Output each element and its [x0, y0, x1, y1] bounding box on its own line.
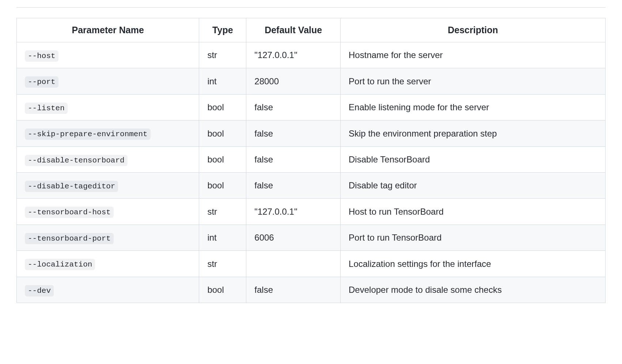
table-row: --disable-tensorboard bool false Disable… — [17, 146, 606, 172]
cell-param: --listen — [17, 94, 199, 120]
cell-description: Hostname for the server — [341, 42, 606, 68]
table-row: --tensorboard-host str "127.0.0.1" Host … — [17, 199, 606, 225]
table-row: --tensorboard-port int 6006 Port to run … — [17, 225, 606, 250]
cell-param: --disable-tageditor — [17, 172, 199, 198]
cell-param: --host — [17, 42, 199, 68]
cell-default — [246, 251, 341, 277]
param-code: --tensorboard-port — [25, 233, 114, 244]
cell-description: Enable listening mode for the server — [341, 94, 606, 120]
cell-description: Developer mode to disale some checks — [341, 277, 606, 303]
header-type: Type — [199, 18, 246, 42]
cell-description: Skip the environment preparation step — [341, 120, 606, 146]
header-default-value: Default Value — [246, 18, 341, 42]
section-divider — [16, 7, 606, 8]
cell-default: false — [246, 146, 341, 172]
cell-type: str — [199, 251, 246, 277]
param-code: --dev — [25, 285, 54, 296]
table-row: --port int 28000 Port to run the server — [17, 68, 606, 94]
cell-param: --disable-tensorboard — [17, 146, 199, 172]
parameters-table: Parameter Name Type Default Value Descri… — [16, 18, 606, 303]
cell-type: bool — [199, 172, 246, 198]
param-code: --tensorboard-host — [25, 207, 114, 218]
cell-default: 28000 — [246, 68, 341, 94]
cell-param: --skip-prepare-environment — [17, 120, 199, 146]
cell-param: --port — [17, 68, 199, 94]
table-row: --disable-tageditor bool false Disable t… — [17, 172, 606, 198]
cell-param: --localization — [17, 251, 199, 277]
cell-param: --tensorboard-port — [17, 225, 199, 250]
param-code: --skip-prepare-environment — [25, 129, 151, 140]
cell-default: "127.0.0.1" — [246, 42, 341, 68]
cell-default: "127.0.0.1" — [246, 199, 341, 225]
table-row: --localization str Localization settings… — [17, 251, 606, 277]
table-header-row: Parameter Name Type Default Value Descri… — [17, 18, 606, 42]
cell-default: false — [246, 120, 341, 146]
cell-type: bool — [199, 94, 246, 120]
cell-description: Port to run TensorBoard — [341, 225, 606, 250]
cell-type: str — [199, 42, 246, 68]
cell-description: Host to run TensorBoard — [341, 199, 606, 225]
table-row: --listen bool false Enable listening mod… — [17, 94, 606, 120]
header-description: Description — [341, 18, 606, 42]
param-code: --listen — [25, 103, 68, 114]
param-code: --port — [25, 76, 58, 88]
cell-description: Localization settings for the interface — [341, 251, 606, 277]
cell-type: int — [199, 225, 246, 250]
param-code: --localization — [25, 259, 95, 270]
param-code: --disable-tageditor — [25, 181, 118, 192]
table-row: --skip-prepare-environment bool false Sk… — [17, 120, 606, 146]
table-row: --host str "127.0.0.1" Hostname for the … — [17, 42, 606, 68]
header-parameter-name: Parameter Name — [17, 18, 199, 42]
cell-description: Disable TensorBoard — [341, 146, 606, 172]
table-row: --dev bool false Developer mode to disal… — [17, 277, 606, 303]
cell-type: bool — [199, 277, 246, 303]
cell-default: false — [246, 277, 341, 303]
cell-default: false — [246, 172, 341, 198]
param-code: --disable-tensorboard — [25, 155, 128, 166]
cell-type: int — [199, 68, 246, 94]
cell-description: Port to run the server — [341, 68, 606, 94]
cell-default: false — [246, 94, 341, 120]
cell-type: bool — [199, 120, 246, 146]
cell-param: --dev — [17, 277, 199, 303]
param-code: --host — [25, 50, 58, 62]
cell-description: Disable tag editor — [341, 172, 606, 198]
cell-type: str — [199, 199, 246, 225]
cell-default: 6006 — [246, 225, 341, 250]
cell-type: bool — [199, 146, 246, 172]
cell-param: --tensorboard-host — [17, 199, 199, 225]
